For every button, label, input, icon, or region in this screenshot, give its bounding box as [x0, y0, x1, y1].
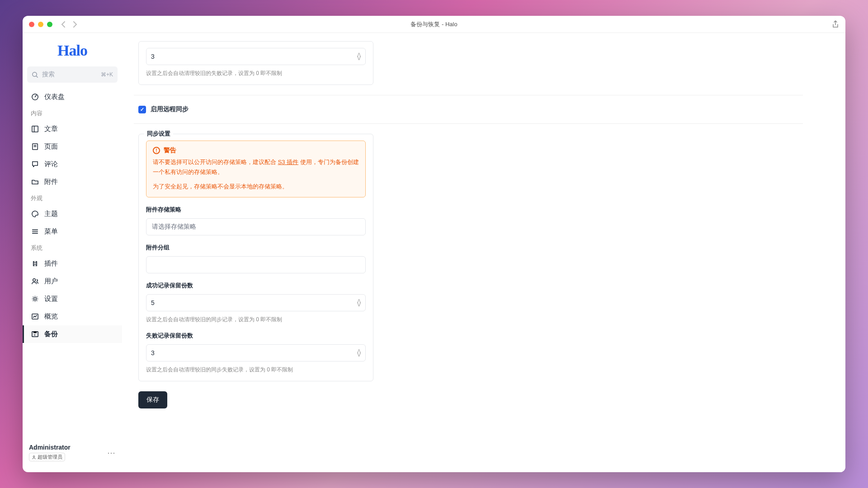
logo: Halo [23, 38, 122, 66]
sidebar: Halo 搜索 ⌘+K 仪表盘 内容 文章 [23, 33, 122, 472]
top-retain-hint: 设置之后会自动清理较旧的失败记录，设置为 0 即不限制 [146, 70, 366, 77]
sidebar-item-settings[interactable]: 设置 [23, 290, 122, 308]
nav-group-appearance: 外观 [23, 191, 122, 205]
plugins-icon [31, 260, 39, 267]
main-content: ᐱᐯ 设置之后会自动清理较旧的失败记录，设置为 0 即不限制 ✓ 启用远程同步 … [122, 33, 845, 472]
attachment-group-input[interactable] [146, 256, 366, 273]
sync-settings-fieldset: 同步设置 ! 警告 请不要选择可以公开访问的存储策略，建议配合 S3 插件 使用… [138, 134, 373, 381]
top-retain-field: ᐱᐯ 设置之后会自动清理较旧的失败记录，设置为 0 即不限制 [138, 41, 373, 85]
user-name: Administrator [29, 444, 71, 451]
success-retain-input[interactable]: ᐱᐯ [146, 294, 366, 311]
sidebar-item-label: 备份 [44, 330, 58, 338]
storage-policy-select[interactable]: 请选择存储策略 [146, 218, 366, 235]
overview-icon [31, 313, 39, 320]
sidebar-item-menus[interactable]: 菜单 [23, 223, 122, 240]
user-menu-button[interactable]: ⋯ [107, 448, 116, 458]
search-icon [32, 71, 38, 78]
sidebar-item-themes[interactable]: 主题 [23, 205, 122, 223]
close-window-button[interactable] [29, 22, 34, 27]
sidebar-item-backup[interactable]: 备份 [23, 325, 122, 343]
settings-icon [31, 295, 39, 303]
backup-icon [31, 330, 39, 338]
nav-arrows [61, 21, 78, 28]
sidebar-item-label: 文章 [44, 125, 58, 133]
alert-title: 警告 [164, 146, 176, 155]
sidebar-item-label: 附件 [44, 178, 58, 186]
search-placeholder: 搜索 [42, 70, 55, 79]
nav-back-button[interactable] [61, 21, 66, 28]
menus-icon [31, 228, 39, 235]
minimize-window-button[interactable] [38, 22, 43, 27]
posts-icon [31, 125, 39, 133]
sidebar-item-label: 插件 [44, 259, 58, 268]
attachment-group-label: 附件分组 [146, 244, 366, 252]
nav-group-system: 系统 [23, 240, 122, 255]
sidebar-item-label: 概览 [44, 312, 58, 321]
fail-retain-label: 失败记录保留份数 [146, 332, 366, 340]
attachments-icon [31, 178, 39, 186]
sidebar-item-label: 菜单 [44, 227, 58, 236]
pages-icon [31, 143, 39, 150]
fail-retain-input[interactable]: ᐱᐯ [146, 344, 366, 361]
fail-retain-hint: 设置之后会自动清理较旧的同步失败记录，设置为 0 即不限制 [146, 366, 366, 374]
sidebar-item-comments[interactable]: 评论 [23, 155, 122, 173]
user-footer: Administrator 超级管理员 ⋯ [23, 438, 122, 467]
sidebar-item-label: 页面 [44, 142, 58, 151]
nav: 仪表盘 内容 文章 页面 评论 附件 [23, 88, 122, 438]
sidebar-item-plugins[interactable]: 插件 [23, 255, 122, 272]
user-role-badge: 超级管理员 [29, 453, 65, 461]
enable-remote-sync-checkbox[interactable]: ✓ 启用远程同步 [138, 105, 803, 113]
window-title: 备份与恢复 - Halo [410, 20, 457, 28]
share-icon[interactable] [832, 20, 839, 28]
success-retain-label: 成功记录保留份数 [146, 282, 366, 290]
titlebar: 备份与恢复 - Halo [23, 16, 845, 33]
sidebar-item-label: 设置 [44, 295, 58, 303]
comments-icon [31, 160, 39, 168]
search-shortcut: ⌘+K [101, 71, 113, 78]
svg-rect-4 [33, 263, 37, 265]
sidebar-item-label: 仪表盘 [44, 93, 65, 101]
number-spinner[interactable]: ᐱᐯ [357, 350, 361, 356]
sidebar-item-label: 用户 [44, 277, 58, 286]
user-info: Administrator 超级管理员 [29, 444, 71, 461]
warning-alert: ! 警告 请不要选择可以公开访问的存储策略，建议配合 S3 插件 使用，专门为备… [146, 141, 366, 197]
nav-forward-button[interactable] [72, 21, 78, 28]
save-button[interactable]: 保存 [138, 391, 167, 408]
s3-plugin-link[interactable]: S3 插件 [278, 159, 299, 165]
success-retain-hint: 设置之后会自动清理较旧的同步记录，设置为 0 即不限制 [146, 316, 366, 324]
themes-icon [31, 210, 39, 218]
number-spinner[interactable]: ᐱᐯ [357, 54, 361, 60]
sidebar-item-dashboard[interactable]: 仪表盘 [23, 88, 122, 106]
sidebar-item-overview[interactable]: 概览 [23, 308, 122, 325]
svg-point-5 [33, 279, 35, 282]
sidebar-item-label: 评论 [44, 160, 58, 169]
sidebar-item-attachments[interactable]: 附件 [23, 173, 122, 191]
svg-point-6 [33, 298, 36, 300]
maximize-window-button[interactable] [47, 22, 52, 27]
nav-group-content: 内容 [23, 106, 122, 120]
dashboard-icon [31, 93, 39, 101]
top-retain-value[interactable] [151, 53, 357, 60]
svg-rect-2 [32, 126, 38, 132]
traffic-lights [29, 22, 52, 27]
sidebar-item-posts[interactable]: 文章 [23, 120, 122, 138]
sidebar-item-pages[interactable]: 页面 [23, 138, 122, 155]
sync-settings-legend: 同步设置 [144, 130, 173, 138]
app-window: 备份与恢复 - Halo Halo 搜索 ⌘+K 仪表盘 内容 [23, 16, 845, 472]
enable-remote-sync-label: 启用远程同步 [151, 105, 189, 113]
warning-icon: ! [153, 147, 160, 154]
svg-point-9 [33, 455, 34, 457]
number-spinner[interactable]: ᐱᐯ [357, 300, 361, 306]
users-icon [31, 277, 39, 285]
top-retain-input[interactable]: ᐱᐯ [146, 48, 366, 65]
user-icon [32, 455, 36, 460]
storage-policy-label: 附件存储策略 [146, 206, 366, 214]
sidebar-item-users[interactable]: 用户 [23, 272, 122, 290]
sidebar-item-label: 主题 [44, 210, 58, 218]
search-input[interactable]: 搜索 ⌘+K [27, 66, 118, 83]
checkbox-checked-icon: ✓ [138, 106, 146, 113]
